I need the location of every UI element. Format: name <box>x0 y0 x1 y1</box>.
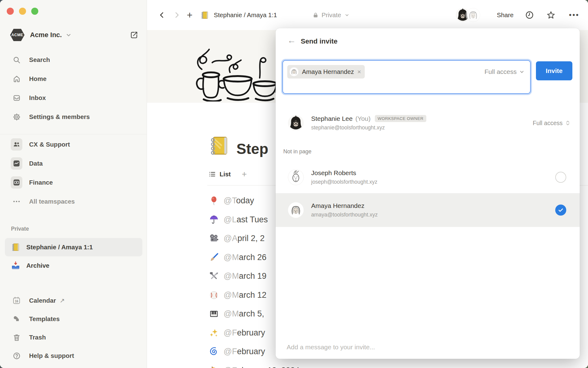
share-button[interactable]: Share <box>497 0 514 30</box>
umbrella-emoji <box>209 215 219 224</box>
tools-emoji <box>209 271 219 281</box>
list-item[interactable]: @February 13, 2024 <box>209 361 300 368</box>
inbox-tray-emoji <box>11 261 20 270</box>
member-access-dropdown[interactable]: Full access <box>533 120 571 127</box>
sidebar-divider <box>0 134 147 134</box>
list-item-label: @February <box>224 347 265 356</box>
sidebar-item-settings[interactable]: Settings & members <box>0 107 147 126</box>
ellipsis-icon <box>11 197 22 206</box>
notebook-emoji <box>11 243 20 252</box>
presence-avatars[interactable] <box>456 0 480 30</box>
sidebar-item-archive[interactable]: Archive <box>5 256 142 275</box>
sidebar-item-trash[interactable]: Trash <box>0 328 147 347</box>
person-name: Joseph Roberts <box>311 169 356 177</box>
list-item-label: @March 5, <box>224 309 264 319</box>
teamspace-label: CX & Support <box>29 141 70 148</box>
sidebar-item-label: Settings & members <box>29 113 90 121</box>
sidebar-nav: Search Home Inbox Settings & members <box>0 50 147 126</box>
cyclone-emoji <box>209 347 219 356</box>
breadcrumb-page-title[interactable]: Stephanie / Amaya 1:1 <box>214 0 277 30</box>
sparkles-emoji <box>209 328 219 338</box>
member-row-stephanie[interactable]: Stephanie Lee (You) WORKSPACE OWNER step… <box>276 113 580 133</box>
back-button[interactable] <box>158 0 166 30</box>
close-window-button[interactable] <box>7 8 14 15</box>
invite-message-input[interactable]: Add a message to your invite... <box>287 343 375 351</box>
templates-icon <box>11 315 22 323</box>
list-view-icon <box>209 171 216 178</box>
external-link-icon: ↗ <box>60 297 65 304</box>
add-page-button[interactable]: + <box>187 0 193 30</box>
sidebar-item-templates[interactable]: Templates <box>0 310 147 328</box>
search-icon <box>11 56 22 64</box>
avatar-amaya <box>288 202 304 218</box>
back-arrow-icon[interactable]: ← <box>287 36 296 45</box>
remove-recipient-icon[interactable]: × <box>357 68 361 75</box>
workspace-switcher[interactable]: ACME Acme Inc. <box>10 28 139 42</box>
trash-icon <box>11 333 22 342</box>
avatar-stephanie <box>288 115 304 131</box>
selected-check-icon[interactable] <box>555 205 566 216</box>
sidebar-item-finance[interactable]: Finance <box>0 173 147 192</box>
avatar-amaya <box>289 67 299 76</box>
chevron-down-icon <box>519 69 525 75</box>
page-icon-notebook-emoji[interactable] <box>208 134 230 157</box>
person-row-amaya-selected[interactable]: Amaya Hernandez amaya@toolsforthought.xy… <box>276 193 580 227</box>
updates-clock-icon[interactable] <box>525 0 534 30</box>
page-title[interactable]: Step <box>236 140 276 157</box>
more-options-button[interactable]: ••• <box>569 0 579 30</box>
banknote-icon <box>11 176 22 189</box>
invite-recipients-input[interactable]: Amaya Hernandez × Full access <box>282 60 531 94</box>
sidebar-item-inbox[interactable]: Inbox <box>0 88 147 107</box>
forward-button[interactable] <box>173 0 181 30</box>
sidebar-item-help[interactable]: Help & support <box>0 347 147 365</box>
sidebar-item-calendar[interactable]: 16 Calendar ↗ <box>0 291 147 310</box>
sidebar-item-all-teamspaces[interactable]: All teamspaces <box>0 192 147 211</box>
add-view-button[interactable]: + <box>242 169 247 179</box>
recipient-chip[interactable]: Amaya Hernandez × <box>287 65 365 79</box>
privacy-dropdown[interactable]: Private <box>322 0 341 30</box>
people-icon <box>11 138 22 151</box>
tab-list[interactable]: List <box>220 171 231 178</box>
sidebar-item-label: Inbox <box>29 94 46 102</box>
member-access-value: Full access <box>533 120 563 127</box>
workspace-name: Acme Inc. <box>30 31 62 39</box>
projector-emoji <box>209 234 219 243</box>
new-page-button[interactable] <box>130 30 139 40</box>
sidebar-item-search[interactable]: Search <box>0 50 147 69</box>
dialog-title: Send invite <box>301 37 337 45</box>
piano-emoji <box>209 309 219 319</box>
notion-window: ACME Acme Inc. Search Home Inbox <box>0 0 588 368</box>
access-level-dropdown[interactable]: Full access <box>484 65 525 79</box>
notebook-emoji <box>200 0 209 30</box>
avatar-joseph <box>288 169 304 185</box>
balloon-emoji <box>209 196 219 205</box>
recipient-name: Amaya Hernandez <box>302 68 354 75</box>
member-name: Stephanie Lee <box>311 115 352 122</box>
sidebar-item-cx-support[interactable]: CX & Support <box>0 135 147 154</box>
list-item-label: @March 26 <box>224 253 266 262</box>
gear-icon <box>11 113 22 121</box>
person-row-joseph[interactable]: Joseph Roberts joseph@toolsforthought.xy… <box>276 163 580 192</box>
sidebar-item-stephanie-amaya[interactable]: Stephanie / Amaya 1:1 <box>5 238 142 256</box>
sidebar-item-label: Templates <box>29 315 60 323</box>
page-link-label: Stephanie / Amaya 1:1 <box>26 243 93 251</box>
minimize-window-button[interactable] <box>19 8 26 15</box>
teamspace-label: Finance <box>29 179 53 186</box>
sidebar-item-home[interactable]: Home <box>0 69 147 88</box>
invite-button[interactable]: Invite <box>536 61 572 80</box>
help-icon <box>11 352 22 360</box>
list-item-label: @Last Tues <box>224 215 268 224</box>
list-item-label: @Today <box>224 196 254 205</box>
topbar: + Stephanie / Amaya 1:1 Private Share ••… <box>147 0 588 30</box>
sidebar-item-label: Home <box>29 75 47 82</box>
home-icon <box>11 75 22 83</box>
flag-emoji <box>209 366 219 368</box>
teamspace-label: All teamspaces <box>29 198 75 205</box>
teamspace-label: Data <box>29 160 43 167</box>
lock-icon <box>312 0 319 30</box>
favorite-star-icon[interactable] <box>546 0 556 30</box>
calendar-icon: 16 <box>11 296 22 305</box>
sidebar-item-data[interactable]: Data <box>0 154 147 173</box>
zoom-window-button[interactable] <box>31 8 38 15</box>
select-person-radio[interactable] <box>555 172 566 183</box>
